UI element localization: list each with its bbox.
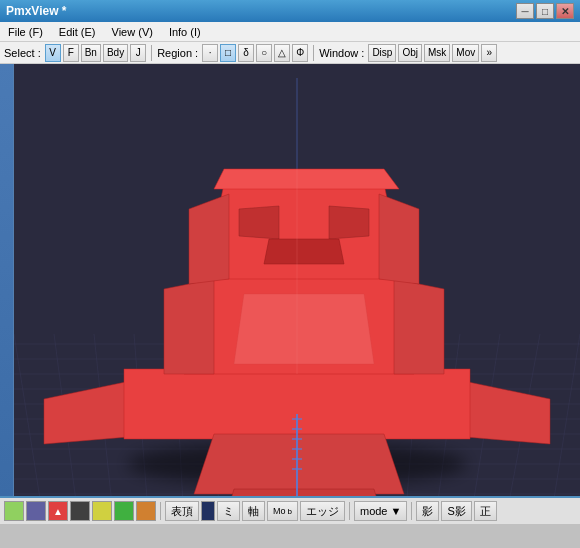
window-label: Window : (319, 47, 364, 59)
minimize-button[interactable]: ─ (516, 3, 534, 19)
status-icon-yellow[interactable] (92, 501, 112, 521)
status-icon-green2[interactable] (114, 501, 134, 521)
status-icon-orange[interactable] (136, 501, 156, 521)
region-rect-button[interactable]: □ (220, 44, 236, 62)
status-bone-button[interactable]: Mob (267, 501, 298, 521)
status-mode-button[interactable]: mode ▼ (354, 501, 407, 521)
svg-marker-38 (204, 184, 404, 279)
title-bar-buttons: ─ □ ✕ (516, 3, 574, 19)
region-phi-button[interactable]: Φ (292, 44, 308, 62)
window-obj-button[interactable]: Obj (398, 44, 422, 62)
status-hyomen-button[interactable]: 表頂 (165, 501, 199, 521)
select-label: Select : (4, 47, 41, 59)
svg-marker-44 (264, 239, 344, 264)
window-title: PmxView * (6, 4, 66, 18)
3d-viewport[interactable]: ⊕ + ↺ ↻ (14, 64, 580, 524)
title-bar: PmxView * ─ □ ✕ (0, 0, 580, 22)
toolbar-sep1 (151, 45, 152, 61)
window-mov-button[interactable]: Mov (452, 44, 479, 62)
toolbar: Select : V F Bn Bdy J Region : · □ δ ○ △… (0, 42, 580, 64)
grid-svg (14, 64, 580, 524)
select-bdy-button[interactable]: Bdy (103, 44, 128, 62)
status-jiku-button[interactable]: 軸 (242, 501, 265, 521)
svg-marker-42 (239, 206, 279, 239)
svg-marker-37 (394, 279, 444, 374)
select-bn-button[interactable]: Bn (81, 44, 101, 62)
more-button[interactable]: » (481, 44, 497, 62)
window-disp-button[interactable]: Disp (368, 44, 396, 62)
svg-marker-36 (164, 279, 214, 374)
status-icon-triangle[interactable]: ▲ (48, 501, 68, 521)
menu-info[interactable]: Info (I) (165, 25, 205, 39)
status-sep1 (160, 502, 161, 520)
svg-marker-40 (379, 194, 419, 284)
menu-file[interactable]: File (F) (4, 25, 47, 39)
viewport-container[interactable]: ⊕ + ↺ ↻ (0, 64, 580, 524)
status-icon-navy[interactable] (201, 501, 215, 521)
status-bar: ▲ 表頂 ミ 軸 Mob エッジ mode ▼ 影 S影 (0, 496, 580, 524)
svg-marker-43 (329, 206, 369, 239)
select-f-button[interactable]: F (63, 44, 79, 62)
status-skage-button[interactable]: S影 (441, 501, 471, 521)
window-msk-button[interactable]: Msk (424, 44, 450, 62)
select-j-button[interactable]: J (130, 44, 146, 62)
svg-marker-33 (194, 434, 404, 494)
toolbar-sep2 (313, 45, 314, 61)
svg-marker-45 (234, 294, 374, 364)
select-v-button[interactable]: V (45, 44, 61, 62)
maximize-button[interactable]: □ (536, 3, 554, 19)
status-kage-button[interactable]: 影 (416, 501, 439, 521)
status-sep2 (349, 502, 350, 520)
status-edge-button[interactable]: エッジ (300, 501, 345, 521)
status-icon-dark[interactable] (70, 501, 90, 521)
region-circle-button[interactable]: ○ (256, 44, 272, 62)
close-button[interactable]: ✕ (556, 3, 574, 19)
region-delta-button[interactable]: δ (238, 44, 254, 62)
region-triangle-button[interactable]: △ (274, 44, 290, 62)
region-label: Region : (157, 47, 198, 59)
menu-bar: File (F) Edit (E) View (V) Info (I) (0, 22, 580, 42)
status-sei-button[interactable]: 正 (474, 501, 497, 521)
menu-view[interactable]: View (V) (108, 25, 157, 39)
status-sep3 (411, 502, 412, 520)
status-mi-button[interactable]: ミ (217, 501, 240, 521)
svg-marker-41 (214, 169, 399, 189)
region-dot-button[interactable]: · (202, 44, 218, 62)
left-axis-bar (0, 64, 14, 524)
menu-edit[interactable]: Edit (E) (55, 25, 100, 39)
status-icon-2[interactable] (26, 501, 46, 521)
status-icon-1[interactable] (4, 501, 24, 521)
svg-marker-39 (189, 194, 229, 284)
